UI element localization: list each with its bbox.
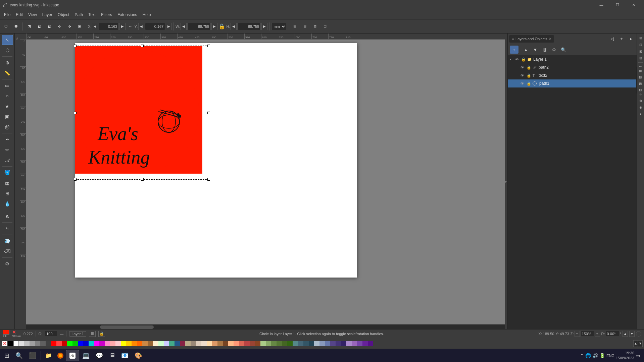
swatch-crimson[interactable]	[244, 341, 250, 346]
tray-volume[interactable]: 🔊	[592, 353, 598, 358]
tool-bucket[interactable]: 🪣	[2, 168, 13, 178]
swatch-periwinkle[interactable]	[314, 341, 319, 346]
layer-badge[interactable]: Layer 1	[69, 331, 86, 337]
swatch-white[interactable]	[13, 341, 19, 346]
unit-select[interactable]: mm px in cm	[271, 23, 286, 30]
snap-btn-3[interactable]: ⊠	[637, 80, 643, 86]
swatch-beige[interactable]	[196, 341, 201, 346]
menu-edit[interactable]: Edit	[13, 11, 26, 18]
swatch-linen[interactable]	[201, 341, 207, 346]
snap-btn-4[interactable]: ⊟	[637, 87, 643, 93]
swatch-midnight-blue[interactable]	[341, 341, 346, 346]
tray-clock[interactable]: 19:36 15/09/2023	[616, 351, 634, 360]
far-snap-10[interactable]: ⊕	[638, 98, 644, 104]
color-wheel-btn[interactable]	[636, 331, 641, 337]
swatch-black[interactable]	[8, 341, 13, 346]
tool-lpe[interactable]: ⚙	[2, 259, 13, 269]
layers-tab-close[interactable]: ✕	[549, 37, 551, 41]
swatch-lavender[interactable]	[346, 341, 352, 346]
taskbar-app7[interactable]: 🎨	[132, 350, 145, 361]
taskbar-steam[interactable]: 💻	[79, 350, 93, 361]
swatch-dark-green[interactable]	[72, 341, 78, 346]
menu-path[interactable]: Path	[72, 11, 86, 18]
h-scroll-thumb[interactable]	[100, 325, 154, 329]
swatch-teal[interactable]	[169, 341, 175, 346]
swatch-light-green[interactable]	[158, 341, 164, 346]
close-button[interactable]: ✕	[626, 0, 641, 10]
swatch-dark-slate[interactable]	[303, 341, 309, 346]
scroll-down-btn[interactable]: ▼	[629, 331, 635, 337]
swatch-green[interactable]	[67, 341, 72, 346]
h-dec-btn[interactable]: ◀	[231, 23, 237, 30]
swatch-sienna[interactable]	[217, 341, 223, 346]
x-inc-btn[interactable]: ▶	[119, 23, 126, 30]
swatch-dark-blue[interactable]	[83, 341, 89, 346]
zoom-dec-btn[interactable]: −	[575, 331, 580, 337]
taskbar-inkscape[interactable]: Ai	[66, 350, 79, 361]
color-scroll-up[interactable]: ▲	[633, 340, 638, 347]
color-scroll-down[interactable]: ▼	[638, 340, 643, 347]
h-inc-btn[interactable]: ▶	[261, 23, 267, 30]
tool-spray[interactable]: 💨	[2, 236, 13, 246]
menu-view[interactable]: View	[26, 11, 40, 18]
taskbar-app6[interactable]: 📧	[118, 350, 132, 361]
minimize-button[interactable]: —	[594, 0, 609, 10]
swatch-dark-indigo[interactable]	[336, 341, 341, 346]
swatch-dark-olive[interactable]	[277, 341, 282, 346]
menu-file[interactable]: File	[1, 11, 13, 18]
swatch-brown[interactable]	[142, 341, 148, 346]
menu-filters[interactable]: Filters	[98, 11, 115, 18]
tool-star[interactable]: ★	[2, 101, 13, 111]
y-dec-btn[interactable]: ◀	[138, 23, 144, 30]
swatch-deep-purple[interactable]	[368, 341, 373, 346]
swatch-magenta[interactable]	[94, 341, 99, 346]
tool-3d[interactable]: ▣	[2, 112, 13, 122]
swatch-peach[interactable]	[207, 341, 212, 346]
tool-calligraphy[interactable]: 𝒜	[2, 155, 13, 165]
task-view-btn[interactable]: ⬛	[26, 350, 39, 361]
maximize-button[interactable]: ☐	[610, 0, 625, 10]
menu-help[interactable]: Help	[140, 11, 154, 18]
start-button[interactable]: ⊞	[1, 350, 12, 361]
swatch-umber[interactable]	[223, 341, 228, 346]
swatch-copper[interactable]	[212, 341, 217, 346]
w-dec-btn[interactable]: ◀	[181, 23, 187, 30]
path2-item[interactable]: 👁 🔒 𝒫 path2	[508, 63, 637, 71]
swatch-forest-green[interactable]	[282, 341, 287, 346]
panel-tb-delete[interactable]: 🗑	[540, 46, 549, 54]
swatch-light-red[interactable]	[56, 341, 62, 346]
panel-tb-up[interactable]: ▲	[522, 46, 530, 54]
tray-network[interactable]: 🌐	[585, 353, 591, 358]
swatch-cornflower[interactable]	[319, 341, 325, 346]
panel-icon-3[interactable]: ▸	[627, 35, 635, 43]
panel-tb-search[interactable]: 🔍	[559, 46, 568, 54]
swatch-red[interactable]	[51, 341, 56, 346]
panel-tb-1[interactable]: +	[510, 46, 518, 54]
tool-pen[interactable]: ✒	[2, 134, 13, 144]
swatch-gray1[interactable]	[19, 341, 24, 346]
swatch-pink[interactable]	[105, 341, 110, 346]
tool-gradient[interactable]: ▦	[2, 178, 13, 188]
tray-show-desktop[interactable]: ▭	[636, 353, 640, 358]
fill-group[interactable]: Fill	[3, 330, 9, 338]
zoom-input[interactable]	[581, 331, 594, 337]
taskbar-app5[interactable]: 🖥	[106, 350, 118, 361]
panel-collapse-btn[interactable]: ▸	[505, 34, 507, 329]
swatch-purple[interactable]	[99, 341, 105, 346]
far-snap-4[interactable]: ⊟	[638, 55, 644, 61]
search-button[interactable]: 🔍	[12, 350, 26, 361]
panel-icon-2[interactable]: +	[617, 35, 626, 43]
swatch-light-pink[interactable]	[110, 341, 115, 346]
tray-battery[interactable]: 🔋	[599, 353, 605, 358]
far-snap-3[interactable]: ⊠	[638, 48, 644, 54]
remove-color-btn[interactable]: ✕	[1, 340, 8, 347]
swatch-slate[interactable]	[298, 341, 303, 346]
tool-connector[interactable]: ⤷	[2, 224, 13, 234]
h-input[interactable]	[237, 23, 261, 30]
toolbar-align-bl[interactable]: ⬖	[55, 22, 64, 31]
snap-btn-1[interactable]: ⊞	[637, 68, 643, 74]
tool-spiral[interactable]: @	[2, 122, 13, 132]
text2-item[interactable]: 👁 🔒 T text2	[508, 71, 637, 79]
swatch-cream[interactable]	[153, 341, 158, 346]
toolbar-transform-btn[interactable]: ⬢	[11, 22, 21, 31]
